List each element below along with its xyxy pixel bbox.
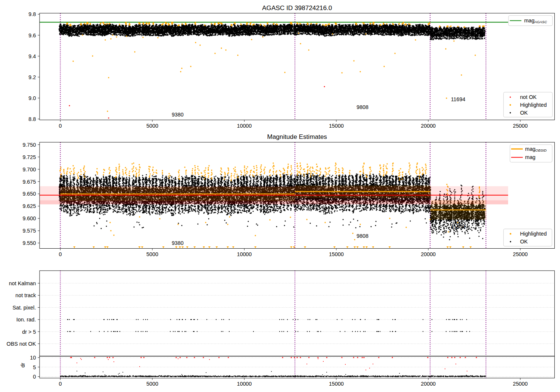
svg-text:25000: 25000 bbox=[513, 123, 528, 129]
svg-text:9.750: 9.750 bbox=[22, 142, 36, 148]
svg-text:Ion. rad.: Ion. rad. bbox=[16, 317, 36, 323]
svg-text:not Kalman: not Kalman bbox=[9, 280, 36, 286]
svg-text:0: 0 bbox=[59, 123, 62, 129]
svg-text:8.8: 8.8 bbox=[28, 116, 36, 122]
svg-text:0: 0 bbox=[59, 381, 62, 387]
svg-text:9.700: 9.700 bbox=[22, 167, 36, 172]
svg-text:Highlighted: Highlighted bbox=[520, 231, 547, 237]
svg-text:9.575: 9.575 bbox=[22, 228, 36, 234]
svg-text:0: 0 bbox=[59, 251, 62, 257]
svg-text:9.725: 9.725 bbox=[22, 154, 36, 160]
svg-text:15000: 15000 bbox=[329, 123, 344, 129]
svg-text:9.0: 9.0 bbox=[28, 95, 36, 101]
svg-text:9808: 9808 bbox=[357, 233, 368, 239]
svg-text:9.550: 9.550 bbox=[22, 240, 36, 246]
svg-text:15000: 15000 bbox=[329, 251, 344, 257]
svg-text:9.6: 9.6 bbox=[28, 32, 36, 38]
svg-text:Magnitude Estimates: Magnitude Estimates bbox=[267, 133, 327, 140]
svg-text:not OK: not OK bbox=[520, 94, 537, 100]
svg-text:5000: 5000 bbox=[146, 251, 158, 257]
svg-text:10000: 10000 bbox=[237, 251, 252, 257]
svg-text:10: 10 bbox=[30, 355, 36, 361]
svg-text:9.600: 9.600 bbox=[22, 215, 36, 221]
svg-text:10000: 10000 bbox=[237, 381, 252, 387]
svg-text:AGASC: AGASC bbox=[534, 20, 547, 24]
svg-text:dr: dr bbox=[20, 363, 26, 367]
svg-text:9380: 9380 bbox=[172, 240, 184, 246]
svg-text:5: 5 bbox=[33, 364, 36, 370]
svg-text:not track: not track bbox=[15, 292, 36, 298]
svg-text:5000: 5000 bbox=[146, 381, 158, 387]
svg-text:dr > 5: dr > 5 bbox=[22, 329, 36, 335]
svg-text:20000: 20000 bbox=[421, 381, 436, 387]
svg-text:9.650: 9.650 bbox=[22, 191, 36, 197]
svg-text:AGASC ID 398724216.0: AGASC ID 398724216.0 bbox=[262, 4, 332, 12]
svg-text:15000: 15000 bbox=[329, 381, 344, 387]
svg-text:OBS not OK: OBS not OK bbox=[7, 341, 36, 347]
svg-text:9.4: 9.4 bbox=[28, 53, 36, 59]
svg-text:25000: 25000 bbox=[513, 381, 528, 387]
svg-text:9.2: 9.2 bbox=[28, 74, 36, 80]
svg-text:0: 0 bbox=[33, 374, 36, 380]
svg-text:9808: 9808 bbox=[357, 104, 368, 110]
svg-text:OBSID: OBSID bbox=[535, 148, 547, 152]
svg-text:9.8: 9.8 bbox=[28, 11, 36, 17]
svg-text:mag: mag bbox=[525, 146, 536, 152]
svg-text:Sat. pixel.: Sat. pixel. bbox=[12, 305, 36, 311]
svg-text:5000: 5000 bbox=[146, 123, 158, 129]
svg-text:OK: OK bbox=[520, 110, 528, 116]
svg-text:9.675: 9.675 bbox=[22, 179, 36, 185]
svg-text:mag: mag bbox=[524, 18, 535, 24]
svg-text:9380: 9380 bbox=[172, 112, 184, 118]
svg-text:Highlighted: Highlighted bbox=[520, 102, 547, 108]
svg-text:OK: OK bbox=[520, 239, 528, 245]
svg-text:9.625: 9.625 bbox=[22, 203, 36, 209]
svg-text:20000: 20000 bbox=[421, 251, 436, 257]
svg-text:20000: 20000 bbox=[421, 123, 436, 129]
svg-text:11694: 11694 bbox=[451, 96, 466, 102]
svg-text:25000: 25000 bbox=[513, 251, 528, 257]
svg-text:10000: 10000 bbox=[237, 123, 252, 129]
svg-text:mag: mag bbox=[525, 154, 536, 160]
